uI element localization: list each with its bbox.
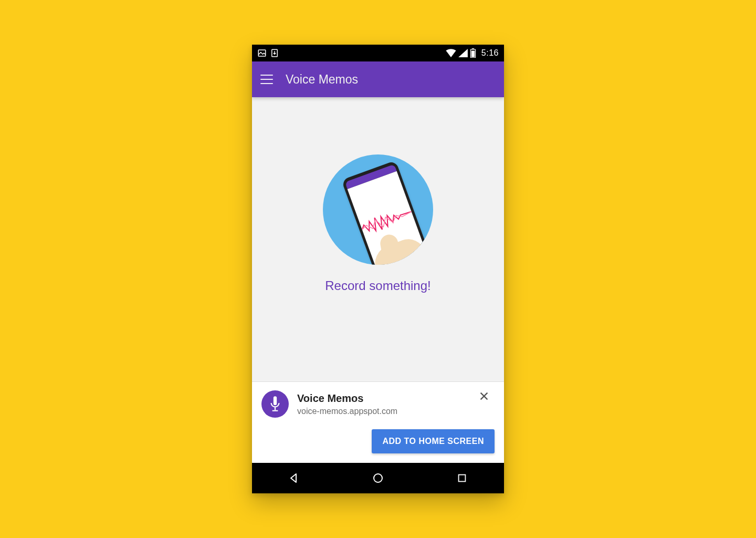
close-icon[interactable] bbox=[478, 390, 490, 402]
home-icon[interactable] bbox=[368, 468, 388, 489]
menu-icon[interactable] bbox=[260, 75, 273, 84]
mic-icon bbox=[261, 390, 289, 418]
system-nav-bar bbox=[252, 463, 504, 493]
svg-rect-5 bbox=[274, 396, 277, 405]
status-right: 5:16 bbox=[446, 48, 499, 58]
back-icon[interactable] bbox=[284, 468, 304, 489]
cell-signal-icon bbox=[458, 49, 468, 57]
svg-point-10 bbox=[374, 474, 382, 482]
svg-rect-4 bbox=[471, 51, 475, 57]
empty-state-text: Record something! bbox=[325, 278, 430, 293]
add-to-homescreen-button[interactable]: ADD TO HOME SCREEN bbox=[372, 429, 495, 453]
recents-icon[interactable] bbox=[452, 468, 472, 489]
svg-rect-11 bbox=[459, 475, 466, 482]
download-notification-icon bbox=[270, 48, 279, 58]
svg-rect-7 bbox=[272, 410, 278, 411]
hero-illustration bbox=[323, 154, 433, 265]
app-title: Voice Memos bbox=[286, 73, 358, 87]
image-notification-icon bbox=[257, 48, 267, 58]
status-bar: 5:16 bbox=[252, 45, 504, 61]
battery-icon bbox=[470, 48, 476, 58]
status-left bbox=[257, 48, 279, 58]
install-banner: Voice Memos voice-memos.appspot.com ADD … bbox=[252, 381, 504, 463]
install-app-host: voice-memos.appspot.com bbox=[297, 407, 465, 416]
svg-rect-6 bbox=[275, 407, 276, 410]
content-area: Record something! bbox=[252, 97, 504, 381]
wifi-icon bbox=[446, 49, 456, 57]
install-app-name: Voice Memos bbox=[297, 392, 465, 405]
app-bar: Voice Memos bbox=[252, 61, 504, 97]
mobile-screenshot: 5:16 Voice Memos bbox=[252, 45, 504, 493]
status-clock: 5:16 bbox=[481, 48, 499, 58]
